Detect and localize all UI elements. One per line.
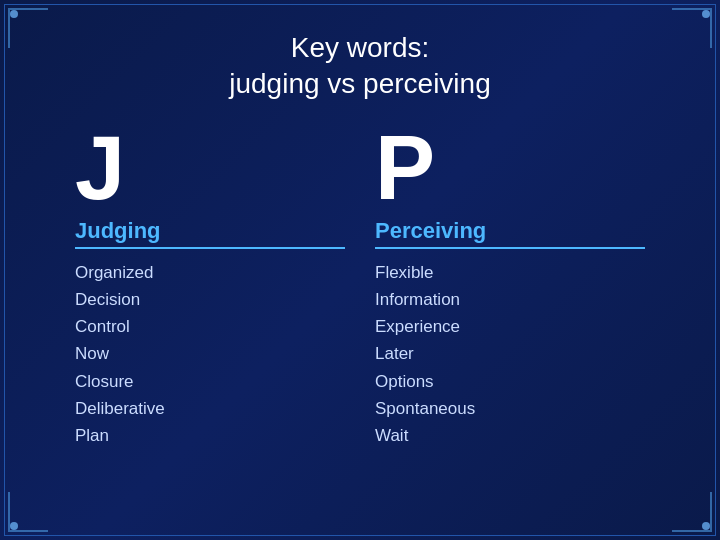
perceiving-column: P Perceiving Flexible Information Experi…	[375, 123, 645, 449]
list-item: Now	[75, 340, 165, 367]
content-columns: J Judging Organized Decision Control Now…	[40, 123, 680, 449]
list-item: Organized	[75, 259, 165, 286]
perceiving-letter: P	[375, 123, 435, 213]
list-item: Plan	[75, 422, 165, 449]
list-item: Deliberative	[75, 395, 165, 422]
list-item: Closure	[75, 368, 165, 395]
dot-bl	[10, 522, 18, 530]
list-item: Options	[375, 368, 475, 395]
list-item: Wait	[375, 422, 475, 449]
list-item: Decision	[75, 286, 165, 313]
list-item: Flexible	[375, 259, 475, 286]
judging-title: Judging	[75, 218, 345, 249]
dot-tr	[702, 10, 710, 18]
dot-tl	[10, 10, 18, 18]
list-item: Information	[375, 286, 475, 313]
list-item: Control	[75, 313, 165, 340]
judging-column: J Judging Organized Decision Control Now…	[75, 123, 345, 449]
slide: Key words: judging vs perceiving J Judgi…	[0, 0, 720, 540]
list-item: Later	[375, 340, 475, 367]
perceiving-keyword-list: Flexible Information Experience Later Op…	[375, 259, 475, 449]
list-item: Spontaneous	[375, 395, 475, 422]
judging-letter: J	[75, 123, 125, 213]
judging-keyword-list: Organized Decision Control Now Closure D…	[75, 259, 165, 449]
slide-title: Key words: judging vs perceiving	[229, 30, 491, 103]
list-item: Experience	[375, 313, 475, 340]
perceiving-title: Perceiving	[375, 218, 645, 249]
dot-br	[702, 522, 710, 530]
